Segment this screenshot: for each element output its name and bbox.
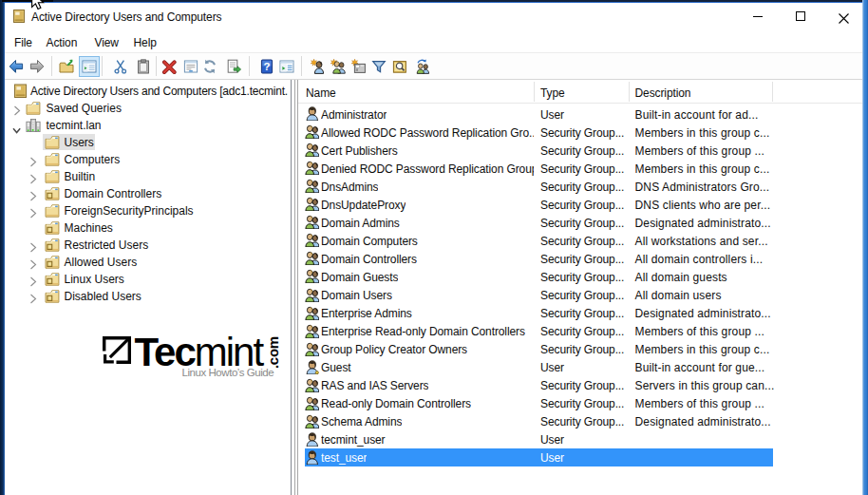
svg-text:?: ? [263, 61, 270, 72]
